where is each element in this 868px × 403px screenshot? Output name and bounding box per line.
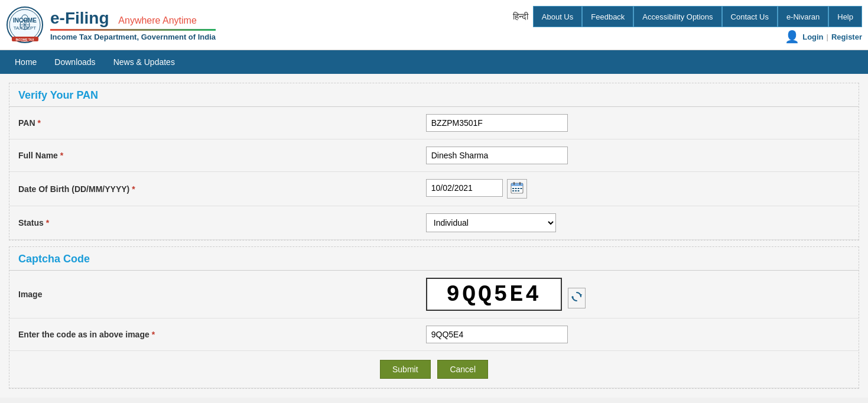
logo-text: e-Filing Anywhere Anytime Income Tax Dep… — [50, 8, 216, 42]
main-content: Verify Your PAN PAN * Full Name * — [0, 74, 868, 398]
svg-rect-19 — [515, 190, 516, 191]
section-title: Verify Your PAN — [9, 83, 859, 107]
refresh-captcha-button[interactable] — [568, 288, 586, 308]
captcha-section: Captcha Code Image 9QQ5E4 — [9, 246, 859, 389]
status-label: Status * — [9, 206, 417, 240]
svg-rect-22 — [520, 188, 522, 189]
svg-text:INCOME TAX: INCOME TAX — [15, 37, 34, 41]
captcha-table: Image 9QQ5E4 Enter the c — [9, 271, 859, 388]
verify-pan-section: Verify Your PAN PAN * Full Name * — [9, 83, 859, 240]
login-link[interactable]: Login — [802, 32, 823, 41]
action-cell: Submit Cancel — [9, 351, 859, 388]
fullname-label: Full Name * — [9, 139, 417, 172]
pan-input[interactable] — [426, 114, 568, 132]
submit-button[interactable]: Submit — [380, 360, 431, 379]
e-filing-label: e-Filing — [50, 9, 109, 27]
e-nivaran-button[interactable]: e-Nivaran — [778, 6, 828, 27]
dob-value-cell — [417, 172, 859, 206]
register-link[interactable]: Register — [831, 32, 862, 41]
top-nav: हिन्दी About Us Feedback Accessibility O… — [513, 6, 862, 27]
login-section: 👤 Login | Register — [785, 30, 862, 44]
top-right-section: हिन्दी About Us Feedback Accessibility O… — [513, 6, 862, 44]
form-table: PAN * Full Name * Date O — [9, 107, 859, 240]
pan-label: PAN * — [9, 107, 417, 139]
logo-subtitle: Income Tax Department, Government of Ind… — [50, 32, 216, 41]
dob-input[interactable] — [426, 179, 503, 197]
action-row: Submit Cancel — [9, 351, 859, 388]
cancel-button[interactable]: Cancel — [437, 360, 488, 379]
about-us-button[interactable]: About Us — [533, 6, 582, 27]
svg-rect-14 — [513, 182, 515, 185]
status-value-cell: Individual HUF Company Firm AOP/BOI Loca… — [417, 206, 859, 240]
accessibility-button[interactable]: Accessibility Options — [633, 6, 721, 27]
emblem-icon: INCOME TAX DEPT INCOME TAX — [6, 6, 44, 44]
calendar-button[interactable] — [507, 179, 527, 199]
captcha-image-cell: 9QQ5E4 — [417, 271, 859, 318]
pan-row: PAN * — [9, 107, 859, 139]
logo-title-text: e-Filing Anywhere Anytime — [50, 8, 216, 28]
code-label: Enter the code as in above image * — [9, 318, 417, 351]
calendar-icon — [511, 181, 524, 194]
code-required: * — [152, 330, 155, 339]
captcha-title: Captcha Code — [9, 247, 859, 271]
dob-row: Date Of Birth (DD/MM/YYYY) * — [9, 172, 859, 206]
logo-section: INCOME TAX DEPT INCOME TAX e-Filing Anyw… — [6, 6, 216, 44]
image-label: Image — [9, 271, 417, 318]
header: INCOME TAX DEPT INCOME TAX e-Filing Anyw… — [0, 0, 868, 50]
tagline-label: Anywhere Anytime — [118, 15, 197, 25]
svg-rect-21 — [518, 190, 519, 191]
svg-rect-20 — [518, 188, 519, 189]
captcha-image-row: Image 9QQ5E4 — [9, 271, 859, 318]
captcha-input[interactable] — [426, 326, 568, 343]
captcha-image: 9QQ5E4 — [426, 278, 562, 311]
hindi-button[interactable]: हिन्दी — [513, 11, 528, 22]
svg-rect-16 — [512, 188, 514, 189]
status-select[interactable]: Individual HUF Company Firm AOP/BOI Loca… — [426, 213, 556, 232]
status-row: Status * Individual HUF Company Firm AOP… — [9, 206, 859, 240]
nav-downloads[interactable]: Downloads — [45, 51, 104, 73]
separator: | — [827, 32, 828, 41]
dob-label: Date Of Birth (DD/MM/YYYY) * — [9, 172, 417, 206]
refresh-icon — [571, 291, 583, 303]
fullname-value-cell — [417, 139, 859, 172]
fullname-row: Full Name * — [9, 139, 859, 172]
nav-home[interactable]: Home — [6, 51, 45, 73]
help-button[interactable]: Help — [828, 6, 862, 27]
svg-rect-18 — [515, 188, 516, 189]
user-icon: 👤 — [785, 30, 799, 44]
secondary-nav: Home Downloads News & Updates — [0, 50, 868, 74]
pan-required: * — [37, 118, 40, 128]
nav-news-updates[interactable]: News & Updates — [105, 51, 184, 73]
pan-value-cell — [417, 107, 859, 139]
status-required: * — [46, 218, 49, 228]
code-input-cell — [417, 318, 859, 351]
svg-rect-15 — [519, 182, 521, 185]
fullname-required: * — [60, 151, 63, 160]
fullname-input[interactable] — [426, 147, 568, 164]
svg-rect-13 — [511, 183, 523, 186]
svg-rect-17 — [512, 190, 514, 191]
svg-marker-23 — [580, 294, 582, 297]
dob-required: * — [132, 184, 135, 194]
feedback-button[interactable]: Feedback — [582, 6, 633, 27]
logo-underline — [50, 29, 216, 31]
contact-us-button[interactable]: Contact Us — [722, 6, 778, 27]
captcha-code-row: Enter the code as in above image * — [9, 318, 859, 351]
